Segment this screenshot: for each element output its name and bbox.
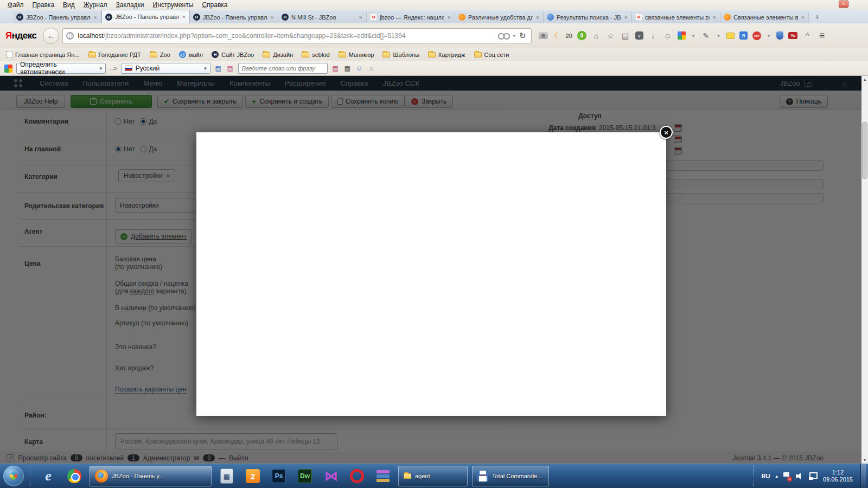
firefox-window-button[interactable]: JBZoo - Панель у... (90, 466, 212, 486)
2gis-icon[interactable]: 2 (242, 465, 264, 487)
bookmark-folder-seblod[interactable]: seblod (298, 50, 333, 59)
tab-close-icon[interactable]: × (447, 14, 451, 21)
translator-dropdown-icon[interactable]: ▾ (692, 33, 695, 38)
calculator-icon[interactable]: ▦ (216, 465, 238, 487)
adblock-dropdown-icon[interactable]: ▾ (768, 33, 770, 38)
tab-close-icon[interactable]: × (624, 14, 628, 21)
modal-close-button[interactable]: × (660, 126, 673, 139)
sticky-notes-icon[interactable] (726, 33, 735, 39)
translate-page-icon[interactable]: Я (739, 31, 748, 40)
feedback-icon[interactable]: ☺ (663, 31, 673, 41)
scroll-down-icon[interactable]: ▾ (861, 457, 868, 464)
tab-forum-2[interactable]: Связанные элементы в Z... × (720, 11, 809, 23)
dictionary-icon[interactable]: ▤ (331, 65, 340, 73)
tab-close-icon[interactable]: × (359, 14, 363, 21)
chrome-icon[interactable] (63, 465, 85, 487)
total-commander-window-button[interactable]: Total Commande... (472, 466, 549, 486)
page-scrollbar[interactable]: ▴ ▾ (861, 76, 868, 464)
opera-icon[interactable] (346, 465, 368, 487)
tab-jbzoo-2-active[interactable]: H JBZoo - Панель управлен... × (101, 10, 190, 23)
night-mode-icon[interactable]: ☾ (553, 31, 563, 41)
reload-icon[interactable]: ↻ (519, 31, 526, 41)
dictionary-search-input[interactable] (238, 63, 328, 74)
bookmark-mail[interactable]: @майл (176, 50, 206, 59)
youtube-icon[interactable]: Yu (788, 32, 797, 39)
menu-edit[interactable]: Правка (28, 1, 59, 9)
screenshot-icon[interactable] (539, 32, 548, 39)
home-icon[interactable]: ⌂ (591, 31, 601, 41)
back-button[interactable]: ← (43, 28, 59, 44)
menu-file[interactable]: Файл (3, 1, 28, 9)
translate-selection-icon[interactable]: ▤ (214, 65, 222, 73)
tab-forum-1[interactable]: Различные удобства для ... × (455, 11, 544, 23)
menu-history[interactable]: Журнал (79, 1, 112, 9)
translate-page-icon[interactable]: ▤ (226, 65, 234, 73)
scroll-up-icon[interactable]: ▴ (861, 76, 868, 83)
network-icon[interactable] (809, 472, 818, 480)
scrollbar-thumb[interactable] (862, 122, 867, 179)
internet-explorer-icon[interactable]: e (37, 465, 59, 487)
tab-close-icon[interactable]: × (270, 14, 275, 21)
adblock-plus-icon[interactable]: ABP (752, 31, 761, 40)
photoshop-icon[interactable]: Ps (268, 465, 290, 487)
tab-yandex-search-1[interactable]: Я jbzoo — Яндекс: нашлос... × (367, 11, 455, 23)
yandex-visor-icon[interactable] (498, 33, 510, 38)
voice-icon[interactable]: ☺ (355, 65, 363, 73)
tab-yandex-search-2[interactable]: Я связанные элементы zoo... × (632, 11, 720, 23)
bookmark-jbzoo-site[interactable]: HСайт JBZoo (208, 50, 257, 59)
start-button[interactable] (3, 466, 24, 486)
volume-icon[interactable] (796, 472, 803, 480)
navigation-toolbar: Яндекс ← localhost /jbzoo/administrator/… (0, 23, 868, 48)
colorpicker-dropdown-icon[interactable]: ▾ (717, 33, 720, 38)
downloads-icon[interactable]: ↓ (648, 31, 658, 41)
dreamweaver-icon[interactable]: Dw (294, 465, 316, 487)
reading-list-icon[interactable]: ▤ (621, 31, 630, 41)
window-close-button[interactable]: × (839, 1, 848, 8)
videopad-icon[interactable]: ⋈ (320, 465, 342, 487)
pocket-icon[interactable]: v (635, 31, 643, 40)
source-language-select[interactable]: Определить автоматически ▾ (16, 63, 106, 74)
agent-folder-window-button[interactable]: agent (398, 466, 468, 486)
bookmark-folder-design[interactable]: Дизайн (259, 50, 296, 59)
tab-jbzoo-1[interactable]: H JBZoo - Панель управлен... × (13, 11, 101, 23)
menu-view[interactable]: Вид (59, 1, 79, 9)
tab-jbzoo-3[interactable]: H JBZoo - Панель управлен... × (190, 11, 278, 23)
tab-close-icon[interactable]: × (712, 14, 717, 21)
collapse-toolbar-icon[interactable]: ^ (802, 31, 812, 41)
bookmark-folder-templates[interactable]: Шаблоны (379, 50, 423, 59)
language-indicator[interactable]: RU (762, 473, 770, 479)
history-icon[interactable]: ▦ (343, 65, 352, 73)
site-identity-icon[interactable] (66, 32, 74, 40)
bookmark-folder-manicure[interactable]: Маникюр (335, 50, 378, 59)
target-language-select[interactable]: Русский ▾ (121, 63, 210, 74)
tray-expand-icon[interactable]: ▴ (775, 473, 778, 479)
adguard-icon[interactable]: 0 (577, 31, 586, 40)
bookmark-folder-rdt[interactable]: Голодание РДТ (85, 50, 144, 59)
tab-close-icon[interactable]: × (182, 14, 186, 20)
bookmark-star-icon[interactable]: ☆ (606, 31, 616, 41)
menu-help[interactable]: Справка (197, 1, 232, 9)
tab-search-results[interactable]: Результаты поиска - JBZ... × (544, 11, 632, 23)
settings-small-icon[interactable]: ☼ (367, 65, 375, 73)
bookmark-folder-cartridge[interactable]: Картридж (425, 50, 468, 59)
bookmark-home[interactable]: Главная страница Ян... (3, 50, 83, 59)
hamburger-menu-icon[interactable]: ≡ (817, 31, 827, 41)
bookmark-folder-zoo[interactable]: Zoo (146, 50, 174, 59)
tray-clock[interactable]: 1:12 09.06.2015 (823, 469, 853, 483)
menu-tools[interactable]: Инструменты (149, 1, 198, 9)
urlbar-dropdown-icon[interactable]: ▾ (513, 33, 515, 38)
colorpicker-icon[interactable]: ✎ (701, 31, 711, 41)
show-desktop-button[interactable] (860, 464, 866, 488)
menu-bookmarks[interactable]: Закладки (112, 1, 149, 9)
url-bar[interactable]: localhost /jbzoo/administrator/index.php… (62, 28, 532, 43)
shield-icon[interactable] (776, 31, 783, 40)
tab-close-icon[interactable]: × (801, 14, 805, 21)
winrar-icon[interactable] (372, 465, 394, 487)
tab-nmillst[interactable]: H N Mill St - JBZoo × (278, 11, 367, 23)
tab-close-icon[interactable]: × (93, 14, 98, 21)
translator-icon[interactable] (678, 31, 686, 40)
action-center-flag-icon[interactable] (783, 472, 790, 480)
bookmark-folder-social[interactable]: Соц сети (471, 50, 513, 59)
new-tab-button[interactable]: + (810, 11, 824, 22)
tab-close-icon[interactable]: × (535, 14, 540, 21)
